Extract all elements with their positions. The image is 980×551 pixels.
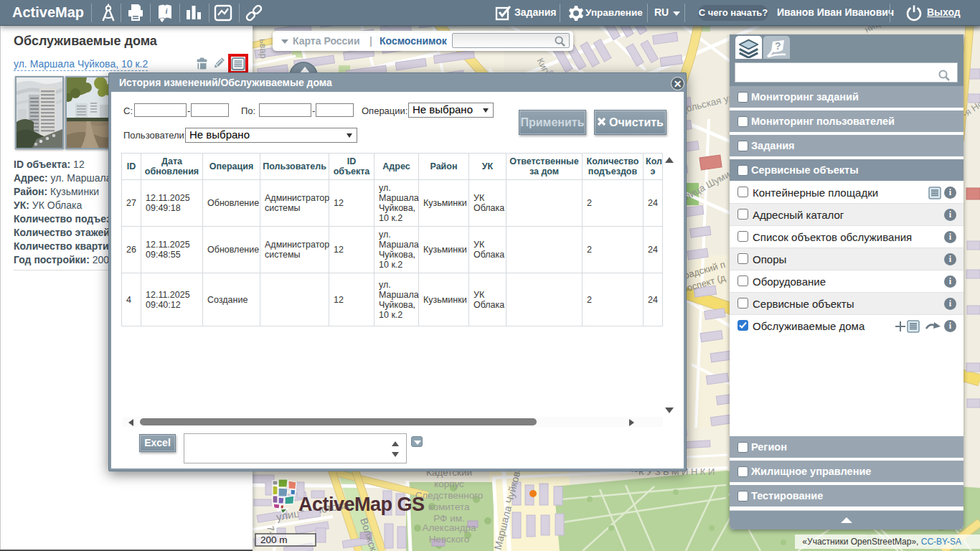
svg-text:Невского: Невского [429, 534, 470, 545]
svg-text:?: ? [775, 40, 781, 52]
svg-text:комитета: комитета [428, 501, 470, 512]
svg-text:200 m: 200 m [260, 534, 288, 545]
svg-text:ActiveMap GS: ActiveMap GS [298, 494, 425, 515]
svg-text:ьвар: ьвар [258, 39, 269, 60]
svg-text:Следственного: Следственного [415, 490, 484, 501]
svg-text:корпус: корпус [434, 479, 464, 489]
svg-text:Александра: Александра [422, 522, 476, 533]
